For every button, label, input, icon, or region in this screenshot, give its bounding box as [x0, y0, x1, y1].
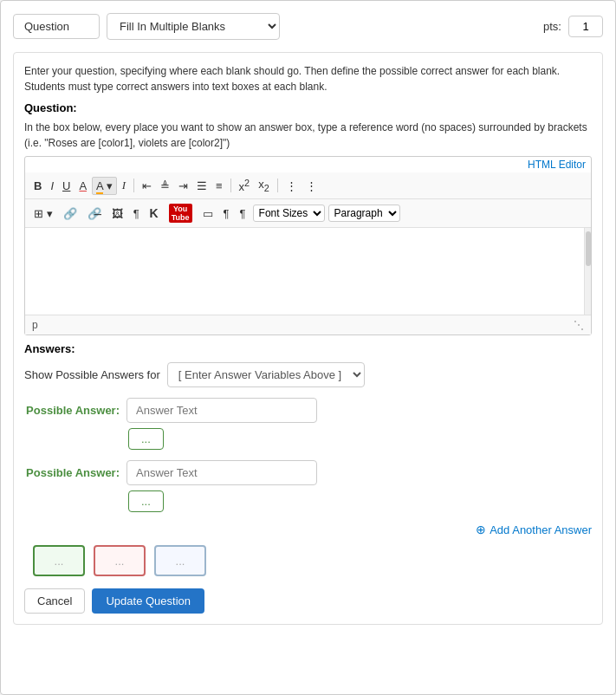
small-btn-row-1: ... — [128, 428, 592, 450]
possible-answer-row-1: Possible Answer: — [24, 398, 592, 423]
small-btn-row-2: ... — [128, 490, 592, 512]
answers-section: Answers: Show Possible Answers for [ Ent… — [24, 342, 592, 576]
html-editor-link[interactable]: HTML Editor — [25, 157, 591, 172]
color-button[interactable]: A — [75, 178, 90, 194]
possible-answer-row-2: Possible Answer: — [24, 460, 592, 485]
blue-dots: ... — [176, 555, 185, 568]
add-answer-row: ⊕ Add Another Answer — [24, 523, 592, 536]
align-right-button[interactable]: ⇥ — [175, 178, 191, 194]
justify-button[interactable]: ☰ — [193, 178, 211, 194]
editor-container: HTML Editor B I U A A ▾ I ⇤ ≜ ⇥ ☰ ≡ x2 x… — [24, 156, 592, 335]
update-question-button[interactable]: Update Question — [92, 588, 204, 614]
editor-body[interactable] — [25, 228, 591, 315]
youtube-icon: YouTube — [169, 204, 192, 223]
youtube-button[interactable]: YouTube — [165, 202, 196, 224]
color-btn-row: ... ... ... — [33, 545, 592, 576]
top-bar: Question Fill In Multiple Blanks pts: — [13, 13, 603, 40]
paragraph-select[interactable]: Paragraph — [328, 205, 400, 222]
footer-btns: Cancel Update Question — [24, 588, 592, 614]
list-ul-button[interactable]: ⋮ — [282, 178, 301, 194]
image-button[interactable]: 🖼 — [108, 205, 126, 222]
add-another-answer-button[interactable]: ⊕ Add Another Answer — [476, 523, 592, 536]
toolbar-sep-3 — [277, 179, 278, 192]
toolbar-sep-2 — [230, 179, 231, 192]
editor-status-bar: p ⋱ — [25, 315, 591, 335]
highlight-button[interactable]: A ▾ — [92, 177, 117, 195]
font-sizes-select[interactable]: Font Sizes — [253, 205, 325, 222]
content-area: Enter your question, specifying where ea… — [13, 52, 603, 625]
table-button[interactable]: ⊞ ▾ — [30, 205, 56, 222]
question-label: Question — [13, 14, 100, 39]
question-heading: Question: — [24, 101, 592, 114]
color-btn-blue[interactable]: ... — [154, 545, 206, 576]
bold-button[interactable]: B — [30, 178, 45, 194]
editor-scroll-thumb — [586, 231, 591, 266]
show-possible-row: Show Possible Answers for [ Enter Answer… — [24, 362, 592, 387]
main-container: Question Fill In Multiple Blanks pts: En… — [0, 0, 616, 695]
para-button[interactable]: ¶ — [130, 205, 143, 222]
dots-btn-1[interactable]: ... — [128, 428, 164, 450]
color-btn-red[interactable]: ... — [94, 545, 146, 576]
indent-button[interactable]: ≡ — [212, 178, 226, 194]
pts-input[interactable] — [568, 16, 603, 37]
answers-heading: Answers: — [24, 342, 592, 355]
answer-text-input-2[interactable] — [126, 460, 317, 485]
toolbar-sep-1 — [133, 179, 134, 192]
possible-answer-label-1: Possible Answer: — [24, 404, 120, 417]
underline-button[interactable]: U — [59, 178, 74, 194]
show-possible-label: Show Possible Answers for — [24, 368, 160, 381]
klaro-button[interactable]: K — [146, 205, 162, 222]
scrollbar-area — [25, 228, 591, 315]
pilcrow2-button[interactable]: ¶ — [237, 205, 250, 222]
align-center-button[interactable]: ≜ — [157, 178, 173, 194]
pts-label: pts: — [543, 20, 561, 33]
red-dots: ... — [115, 555, 125, 568]
answer-text-input-1[interactable] — [126, 398, 317, 423]
green-dots: ... — [55, 555, 64, 568]
toolbar-row-2: ⊞ ▾ 🔗 🔗̶ 🖼 ¶ K YouTube ▭ ¶ ¶ Font Sizes … — [25, 199, 591, 228]
instruction-text: Enter your question, specifying where ea… — [24, 63, 592, 94]
possible-answer-label-2: Possible Answer: — [24, 466, 120, 479]
editor-status-text: p — [32, 319, 38, 331]
answer-variable-select[interactable]: [ Enter Answer Variables Above ] — [167, 362, 365, 387]
editor-scrollbar[interactable] — [584, 228, 591, 315]
italic-button[interactable]: I — [47, 178, 57, 194]
superscript-button[interactable]: x2 — [236, 176, 254, 195]
italic2-button[interactable]: I — [119, 177, 129, 194]
link-button[interactable]: 🔗 — [60, 205, 81, 222]
bracket-instruction: In the box below, every place you want t… — [24, 120, 592, 151]
question-type-select[interactable]: Fill In Multiple Blanks — [107, 13, 280, 40]
subscript-button[interactable]: x2 — [255, 176, 273, 195]
unlink-button[interactable]: 🔗̶ — [84, 205, 105, 222]
color-btn-green[interactable]: ... — [33, 545, 85, 576]
cancel-button[interactable]: Cancel — [24, 588, 85, 614]
toolbar-row-1: B I U A A ▾ I ⇤ ≜ ⇥ ☰ ≡ x2 x2 ⋮ ⋮ — [25, 172, 591, 199]
special-char-button[interactable]: ¶ — [220, 205, 233, 222]
add-circle-icon: ⊕ — [476, 523, 486, 536]
align-left-button[interactable]: ⇤ — [139, 178, 155, 194]
media-button[interactable]: ▭ — [199, 205, 217, 222]
dots-btn-2[interactable]: ... — [128, 490, 164, 512]
list-ol-button[interactable]: ⋮ — [302, 178, 321, 194]
editor-resize-icon[interactable]: ⋱ — [574, 319, 584, 331]
